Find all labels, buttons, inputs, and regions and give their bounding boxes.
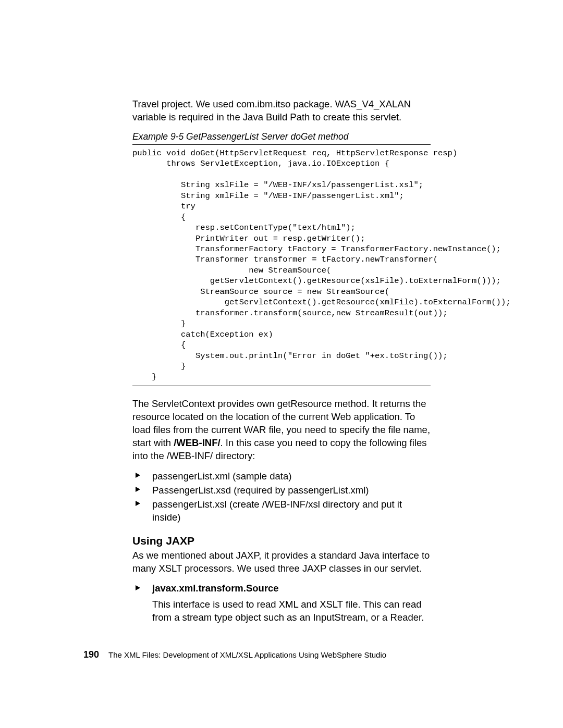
triangle-bullet-icon <box>136 473 140 478</box>
paragraph-servletcontext: The ServletContext provides own getResou… <box>132 398 431 463</box>
list-item: passengerList.xml (sample data) <box>132 470 431 483</box>
paragraph-jaxp: As we mentioned about JAXP, it provides … <box>132 549 431 575</box>
triangle-bullet-icon <box>136 585 140 590</box>
jaxp-item-desc: This interface is used to read XML and X… <box>132 598 431 624</box>
footer-title: The XML Files: Development of XML/XSL Ap… <box>108 650 386 659</box>
triangle-bullet-icon <box>136 487 140 492</box>
rule-bottom <box>132 386 431 386</box>
example-caption: Example 9-5 GetPassengerList Server doGe… <box>132 131 431 142</box>
list-item: PassengerList.xsd (required by passenger… <box>132 484 431 497</box>
jaxp-class-list: javax.xml.transform.Source This interfac… <box>132 583 431 624</box>
code-block: public void doGet(HttpServletRequest req… <box>132 148 431 382</box>
list-item-label: passengerList.xsl (create /WEB-INF/xsl d… <box>152 499 402 523</box>
page: Travel project. We used com.ibm.itso pac… <box>0 0 563 728</box>
heading-using-jaxp: Using JAXP <box>132 535 431 547</box>
intro-paragraph: Travel project. We used com.ibm.itso pac… <box>132 98 431 124</box>
list-item: passengerList.xsl (create /WEB-INF/xsl d… <box>132 498 431 524</box>
file-list: passengerList.xml (sample data) Passenge… <box>132 470 431 524</box>
jaxp-item-head: javax.xml.transform.Source <box>132 583 431 594</box>
list-item-label: passengerList.xml (sample data) <box>152 471 291 482</box>
rule-top <box>132 144 431 145</box>
page-footer: 190The XML Files: Development of XML/XSL… <box>83 649 386 660</box>
jaxp-item-title: javax.xml.transform.Source <box>152 583 279 594</box>
triangle-bullet-icon <box>136 501 140 506</box>
list-item-label: PassengerList.xsd (required by passenger… <box>152 485 369 496</box>
page-number: 190 <box>83 649 99 660</box>
para2-bold: /WEB-INF/ <box>174 437 220 448</box>
